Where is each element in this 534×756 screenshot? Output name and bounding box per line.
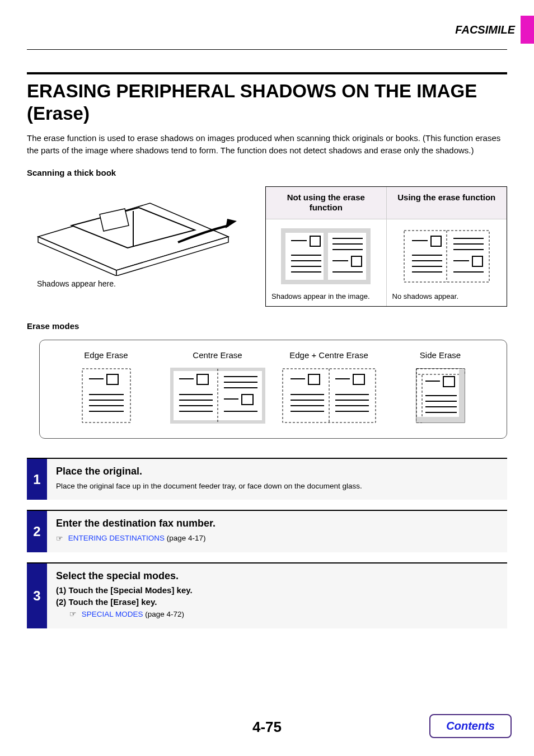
step-number: 1 (27, 459, 47, 500)
svg-rect-78 (443, 377, 455, 387)
contents-button[interactable]: Contents (429, 714, 512, 738)
mode-label: Centre Erase (167, 350, 268, 360)
book-illustration-icon (27, 186, 240, 276)
mode-label: Edge + Centre Erase (278, 350, 380, 360)
compare-cell-no-erase: Shadows appear in the image. (266, 219, 387, 306)
step-sub-1: (1) Touch the [Special Modes] key. (56, 585, 498, 595)
compare-box: Not using the erase function Using the e… (265, 186, 507, 307)
step-title: Place the original. (56, 466, 498, 477)
mode-centre-icon (170, 368, 265, 424)
mode-side-icon (415, 368, 466, 424)
section-label: FACSIMILE (27, 24, 515, 36)
step-1: 1 Place the original. Place the original… (27, 458, 507, 500)
svg-rect-56 (242, 395, 253, 405)
svg-rect-74 (416, 369, 465, 374)
book-caption: Shadows appear here. (37, 279, 116, 288)
svg-rect-20 (352, 256, 362, 266)
step-number: 3 (27, 564, 47, 628)
compare-head-erase: Using the erase function (387, 187, 507, 220)
page-title: ERASING PERIPHERAL SHADOWS ON THE IMAGE … (27, 80, 507, 124)
mode-edge-centre-icon (282, 368, 377, 424)
compare-cap-erase: No shadows appear. (392, 292, 502, 300)
mode-label: Side Erase (390, 350, 491, 360)
diagram-row: Shadows appear here. Not using the erase… (27, 186, 507, 307)
svg-rect-38 (107, 374, 118, 384)
step-body: Enter the destination fax number. ☞ ENTE… (47, 511, 507, 552)
compare-head-no-erase: Not using the erase function (266, 187, 387, 220)
intro-text: The erase function is used to erase shad… (27, 132, 507, 157)
link-suffix: (page 4-17) (165, 534, 206, 542)
link-suffix: (page 4-72) (143, 610, 185, 618)
pointer-icon: ☞ (69, 609, 78, 620)
step-body: Place the original. Place the original f… (47, 459, 507, 500)
step-title: Select the special modes. (56, 570, 498, 582)
mode-edge: Edge Erase (55, 350, 157, 426)
svg-rect-73 (416, 369, 422, 422)
svg-rect-47 (197, 374, 208, 384)
link-entering-destinations[interactable]: ENTERING DESTINATIONS (68, 534, 165, 542)
compare-cap-no-erase: Shadows appear in the image. (271, 292, 381, 300)
step-number: 2 (27, 511, 47, 552)
mode-edge-icon (81, 368, 132, 424)
compare-cell-erase: No shadows appear. (387, 219, 507, 306)
section-tab (521, 16, 534, 44)
step-body: Select the special modes. (1) Touch the … (47, 564, 507, 628)
rule-thin (27, 49, 507, 50)
mode-side: Side Erase (390, 350, 491, 426)
mode-label: Edge Erase (55, 350, 157, 360)
compare-body: Shadows appear in the image. (266, 219, 507, 306)
header: FACSIMILE (27, 16, 507, 44)
svg-rect-9 (324, 231, 328, 282)
step-text: ☞ SPECIAL MODES (page 4-72) (69, 609, 498, 621)
modes-box: Edge Erase Centre Erase (39, 340, 507, 439)
svg-rect-61 (308, 374, 320, 384)
svg-marker-6 (226, 219, 237, 228)
book-diagram: Shadows appear here. (27, 186, 245, 307)
step-3: 3 Select the special modes. (1) Touch th… (27, 562, 507, 628)
svg-rect-67 (353, 374, 364, 384)
step-text: Place the original face up in the docume… (56, 481, 498, 492)
svg-rect-34 (472, 256, 483, 266)
svg-rect-76 (459, 369, 465, 422)
pointer-icon: ☞ (56, 533, 65, 544)
svg-rect-75 (416, 417, 465, 422)
step-text: ☞ ENTERING DESTINATIONS (page 4-17) (56, 533, 498, 544)
step-title: Enter the destination fax number. (56, 518, 498, 529)
mode-centre: Centre Erase (167, 350, 268, 426)
svg-rect-25 (431, 236, 441, 246)
result-shadow-icon (281, 228, 371, 284)
step-sub-2: (2) Touch the [Erase] key. (56, 597, 498, 607)
subhead-modes: Erase modes (27, 321, 507, 331)
mode-edge-centre: Edge + Centre Erase (278, 350, 380, 426)
compare-header: Not using the erase function Using the e… (266, 187, 507, 220)
link-special-modes[interactable]: SPECIAL MODES (82, 610, 143, 618)
subhead-scanning: Scanning a thick book (27, 168, 507, 177)
page: FACSIMILE ERASING PERIPHERAL SHADOWS ON … (0, 0, 534, 756)
step-2: 2 Enter the destination fax number. ☞ EN… (27, 510, 507, 552)
rule-thick (27, 72, 507, 74)
svg-rect-11 (310, 236, 320, 246)
result-clean-icon (402, 228, 491, 284)
